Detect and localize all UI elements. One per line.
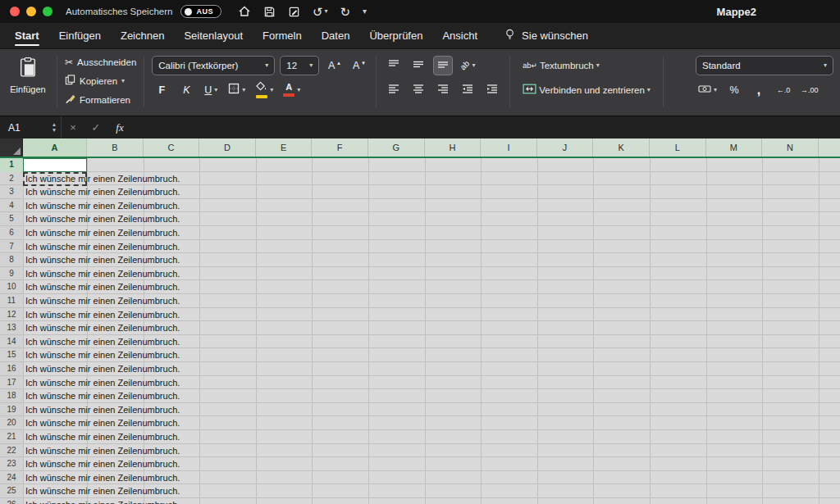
font-color-button[interactable]: A ▾ [281,80,303,100]
align-right-button[interactable] [433,80,453,100]
row-header-15[interactable]: 15 [0,348,23,362]
edit-document-icon[interactable] [288,6,300,18]
decrease-indent-button[interactable] [458,80,477,100]
font-size-combo[interactable]: 12 ▾ [280,56,319,75]
row-header-10[interactable]: 10 [0,280,23,294]
decrease-decimal-button[interactable]: →.00 [798,80,821,100]
align-left-button[interactable] [384,80,404,100]
cell-A26[interactable]: Ich wünsche mir einen Zeilenumbruch. [25,498,180,504]
cell-A23[interactable]: Ich wünsche mir einen Zeilenumbruch. [25,457,180,471]
formula-input[interactable] [132,116,840,138]
align-bottom-button[interactable] [433,56,453,75]
cell-A10[interactable]: Ich wünsche mir einen Zeilenumbruch. [25,280,180,294]
select-all-corner[interactable] [0,138,23,157]
column-header-M[interactable]: M [706,138,763,157]
row-header-6[interactable]: 6 [0,226,23,240]
row-header-22[interactable]: 22 [0,444,23,458]
cell-A8[interactable]: Ich wünsche mir einen Zeilenumbruch. [25,253,180,267]
cell-A25[interactable]: Ich wünsche mir einen Zeilenumbruch. [25,484,180,498]
row-header-2[interactable]: 2 [0,172,23,186]
italic-button[interactable]: K [176,80,196,100]
autosave-toggle[interactable]: AUS [180,5,221,18]
active-cell[interactable] [23,158,87,172]
cell-A21[interactable]: Ich wünsche mir einen Zeilenumbruch. [25,430,180,444]
grid-body[interactable]: 12Ich wünsche mir einen Zeilenumbruch.3I… [0,158,840,504]
column-header-B[interactable]: B [87,138,144,157]
row-header-14[interactable]: 14 [0,335,23,349]
save-icon[interactable] [263,6,276,18]
column-header-L[interactable]: L [650,138,706,157]
name-box[interactable]: A1 [0,122,48,134]
tab-daten[interactable]: Daten [322,23,350,48]
row-header-9[interactable]: 9 [0,267,23,281]
redo-icon[interactable]: ↻ [340,6,351,18]
cell-A2[interactable]: Ich wünsche mir einen Zeilenumbruch. [25,172,180,186]
tab-ueberpruefen[interactable]: Überprüfen [369,23,422,48]
bold-button[interactable]: F [152,80,171,100]
column-header-D[interactable]: D [199,138,256,157]
borders-button[interactable]: ▾ [226,80,248,100]
cell-A20[interactable]: Ich wünsche mir einen Zeilenumbruch. [25,416,180,430]
row-header-24[interactable]: 24 [0,471,23,485]
name-box-stepper[interactable]: ▲ ▼ [48,122,61,134]
tell-me-button[interactable]: Sie wünschen [504,28,588,43]
orientation-button[interactable]: ab ▾ [458,56,477,75]
tab-formeln[interactable]: Formeln [262,23,302,48]
insert-function-button[interactable]: fx [107,121,132,134]
cell-A17[interactable]: Ich wünsche mir einen Zeilenumbruch. [25,376,180,390]
align-middle-button[interactable] [409,56,428,75]
cell-A11[interactable]: Ich wünsche mir einen Zeilenumbruch. [25,294,180,308]
grow-font-button[interactable]: A▴ [324,56,344,75]
format-painter-button[interactable]: Formatieren [65,93,136,107]
align-center-button[interactable] [409,80,428,100]
row-header-18[interactable]: 18 [0,389,23,403]
minimize-window-button[interactable] [26,7,36,16]
fill-color-button[interactable]: ▾ [253,80,276,100]
row-header-12[interactable]: 12 [0,308,23,322]
column-header-F[interactable]: F [312,138,368,157]
zoom-window-button[interactable] [43,7,52,16]
percent-format-button[interactable]: % [724,80,744,100]
row-header-11[interactable]: 11 [0,294,23,308]
toolbar-options-chevron-icon[interactable]: ▾ [363,7,367,16]
row-header-20[interactable]: 20 [0,416,23,430]
home-icon[interactable] [238,5,251,18]
column-header-G[interactable]: G [368,138,425,157]
underline-button[interactable]: U ▾ [201,80,221,100]
increase-decimal-button[interactable]: ←.0 [774,80,793,100]
row-header-1[interactable]: 1 [0,158,23,172]
cell-A19[interactable]: Ich wünsche mir einen Zeilenumbruch. [25,403,180,417]
cut-button[interactable]: ✂ Ausschneiden [65,55,136,70]
tab-ansicht[interactable]: Ansicht [442,23,477,48]
row-header-13[interactable]: 13 [0,321,23,335]
row-header-7[interactable]: 7 [0,240,23,254]
close-window-button[interactable] [10,7,20,16]
cell-A6[interactable]: Ich wünsche mir einen Zeilenumbruch. [25,226,180,240]
column-header-C[interactable]: C [144,138,200,157]
column-header-A[interactable]: A [23,138,87,157]
column-header-J[interactable]: J [537,138,594,157]
wrap-text-button[interactable]: ab↵ Textumbruch ▾ [518,56,604,75]
column-header-N[interactable]: N [762,138,819,157]
row-header-17[interactable]: 17 [0,376,23,390]
row-header-26[interactable]: 26 [0,498,23,504]
number-format-combo[interactable]: Standard ▾ [696,56,833,75]
column-header-I[interactable]: I [481,138,537,157]
cell-A9[interactable]: Ich wünsche mir einen Zeilenumbruch. [25,267,180,281]
cell-A22[interactable]: Ich wünsche mir einen Zeilenumbruch. [25,444,180,458]
row-header-5[interactable]: 5 [0,212,23,226]
row-header-21[interactable]: 21 [0,430,23,444]
shrink-font-button[interactable]: A▾ [349,56,368,75]
increase-indent-button[interactable] [482,80,502,100]
cell-A3[interactable]: Ich wünsche mir einen Zeilenumbruch. [25,185,180,199]
column-header-K[interactable]: K [593,138,650,157]
cancel-entry-button[interactable]: × [62,121,84,134]
tab-seitenlayout[interactable]: Seitenlayout [184,23,243,48]
cell-A16[interactable]: Ich wünsche mir einen Zeilenumbruch. [25,362,180,376]
merge-center-button[interactable]: Verbinden und zentrieren ▾ [518,80,655,100]
tab-einfuegen[interactable]: Einfügen [59,23,101,48]
copy-button[interactable]: Kopieren ▾ [65,74,136,89]
confirm-entry-button[interactable]: ✓ [84,121,107,134]
paste-button[interactable]: Einfügen [7,55,49,108]
cell-A13[interactable]: Ich wünsche mir einen Zeilenumbruch. [25,321,180,335]
